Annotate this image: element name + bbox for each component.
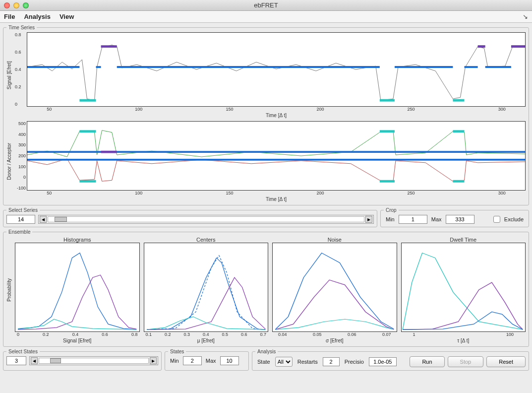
panel-ensemble-legend: Ensemble (6, 229, 32, 235)
time-series-top-chart (27, 32, 526, 107)
tick: 0 (15, 102, 21, 107)
minimize-icon[interactable] (13, 2, 19, 8)
menu-analysis[interactable]: Analysis (24, 13, 50, 20)
states-min-label: Min (170, 358, 179, 364)
ts-top-xlabel: Time [Δ t] (27, 113, 526, 118)
states-index-input[interactable]: 3 (6, 356, 26, 365)
titlebar: ebFRET (0, 0, 532, 11)
panel-analysis-legend: Analysis (255, 349, 278, 354)
analysis-precision-input[interactable]: 1.0e-05 (369, 357, 397, 366)
panel-crop: Crop Min 1 Max 333 Exclude (380, 207, 529, 227)
ts-bot-ylabel: Donor / Acceptor (6, 143, 12, 180)
ensemble-ylabel: Probability (6, 278, 12, 302)
tick: 100 (135, 107, 142, 112)
menu-view[interactable]: View (59, 13, 74, 20)
tick: 150 (226, 107, 233, 112)
tick: 200 (317, 107, 324, 112)
crop-max-label: Max (431, 216, 442, 222)
scroll-right-icon[interactable]: ▶ (150, 357, 157, 364)
tick: 100 (12, 164, 26, 169)
stop-button[interactable]: Stop (448, 356, 484, 367)
scroll-left-icon[interactable]: ◀ (40, 216, 47, 223)
ensemble-noise-chart (272, 243, 397, 332)
tick: 0.2 (165, 332, 171, 337)
tick: 0 (17, 332, 19, 337)
tick: 0.1 (146, 332, 152, 337)
tick: 100 (135, 191, 142, 196)
panel-ensemble: Ensemble Probability Histograms 0 0.2 0.… (3, 229, 529, 347)
crop-max-input[interactable]: 333 (446, 215, 474, 224)
crop-min-input[interactable]: 1 (399, 215, 427, 224)
ensemble-xlabel-2: σ [Efret] (272, 338, 397, 343)
tick: -100 (12, 186, 26, 191)
tick: 0.5 (222, 332, 228, 337)
exclude-label: Exclude (504, 216, 524, 222)
tick: 400 (12, 132, 26, 137)
tick: 0.3 (183, 332, 190, 337)
menu-overflow-icon[interactable]: ↘ (523, 13, 528, 20)
series-index-input[interactable]: 14 (6, 215, 35, 224)
tick: 300 (498, 107, 506, 112)
tick: 0.4 (203, 332, 209, 337)
tick: 0.7 (260, 332, 266, 337)
tick: 0.8 (131, 332, 138, 337)
scroll-right-icon[interactable]: ▶ (365, 216, 372, 223)
zoom-icon[interactable] (23, 2, 29, 8)
tick: 150 (226, 191, 233, 196)
panel-select-states-legend: Select States (6, 349, 40, 354)
analysis-restarts-input[interactable]: 2 (323, 357, 340, 366)
panel-crop-legend: Crop (384, 207, 399, 213)
panel-time-series: Time Series Signal [Efret] 0 0.2 0.4 0.6… (3, 25, 529, 205)
ensemble-title-noise: Noise (272, 237, 397, 243)
analysis-state-label: State (257, 359, 270, 365)
window-title: ebFRET (29, 1, 503, 9)
states-scrollbar[interactable]: ◀ ▶ (29, 356, 158, 365)
tick: 0.06 (348, 332, 356, 337)
tick: 0.8 (15, 32, 21, 37)
states-max-input[interactable]: 10 (220, 356, 239, 365)
tick: 0.2 (43, 332, 49, 337)
series-scrollbar[interactable]: ◀ ▶ (38, 215, 374, 224)
tick: 0.6 (15, 50, 21, 55)
menu-file[interactable]: File (4, 13, 15, 20)
analysis-state-select[interactable]: All (275, 357, 293, 367)
ensemble-xlabel-0: Signal [Efret] (15, 338, 140, 343)
states-min-input[interactable]: 2 (183, 356, 202, 365)
tick: 200 (317, 191, 324, 196)
panel-states-legend: States (168, 349, 186, 354)
crop-min-label: Min (386, 216, 395, 222)
reset-button[interactable]: Reset (486, 356, 526, 367)
tick: 0.04 (278, 332, 287, 337)
ensemble-centers-chart (144, 243, 269, 332)
ensemble-title-centers: Centers (144, 237, 269, 243)
panel-select-series-legend: Select Series (6, 207, 40, 213)
ensemble-xlabel-1: μ [Efret] (144, 338, 269, 343)
tick: 100 (506, 332, 514, 337)
analysis-precision-label: Precisio (345, 359, 364, 365)
ensemble-xlabel-3: τ [Δ t] (401, 338, 526, 343)
exclude-checkbox[interactable] (493, 216, 500, 223)
run-button[interactable]: Run (410, 356, 444, 367)
analysis-restarts-label: Restarts (297, 359, 318, 365)
tick: 0.6 (102, 332, 108, 337)
tick: 0.05 (313, 332, 322, 337)
traffic-lights (4, 2, 29, 8)
tick: 300 (498, 191, 506, 196)
tick: 500 (12, 121, 26, 126)
scroll-left-icon[interactable]: ◀ (31, 357, 38, 364)
ts-bot-xlabel: Time [Δ t] (27, 196, 526, 202)
ts-top-ylabel: Signal [Efret] (6, 61, 12, 89)
tick: 300 (12, 142, 26, 147)
menubar: File Analysis View ↘ (0, 11, 532, 23)
close-icon[interactable] (4, 2, 10, 8)
tick: 0.4 (72, 332, 79, 337)
tick: 0.6 (241, 332, 247, 337)
tick: 50 (47, 107, 52, 112)
tick: 200 (12, 153, 26, 158)
panel-states: States Min 2 Max 10 (165, 349, 249, 371)
panel-analysis: Analysis State All Restarts 2 Precisio 1… (252, 349, 529, 371)
time-series-bottom-chart (27, 121, 526, 191)
states-max-label: Max (206, 358, 216, 364)
tick: 50 (47, 191, 52, 196)
tick: 250 (408, 191, 415, 196)
